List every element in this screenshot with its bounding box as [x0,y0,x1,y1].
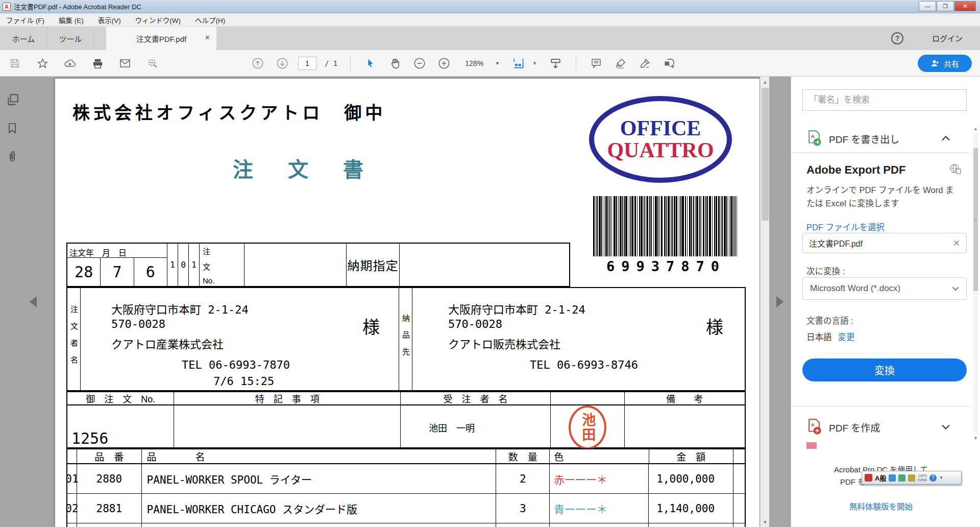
star-icon[interactable] [34,55,51,72]
menu-edit[interactable]: 編集 (E) [59,15,84,25]
ime-dictionary-icon[interactable] [898,474,905,482]
tab-home[interactable]: ホーム [0,27,47,50]
create-pdf-icon: A [806,419,822,435]
zoom-dropdown-caret[interactable]: ▼ [495,61,500,66]
order-no-label: No. [203,276,244,285]
items-table: 品 番 品 名 数 量 色 金 額 01 2880 PANEL-WORKER S… [66,448,746,527]
ime-pad-icon[interactable] [908,474,915,482]
window-title: 注文書PDF.pdf - Adobe Acrobat Reader DC [14,2,141,11]
scroll-down-icon[interactable]: ▼ [761,518,770,526]
logo-line2: QUATTRO [607,139,714,161]
items-header-name: 品 名 [142,449,497,463]
document-language-label: 文書の言語 : [806,314,853,326]
share-button[interactable]: 共有 [918,55,972,72]
page-number-input[interactable] [298,57,316,70]
save-icon[interactable] [6,55,23,72]
close-tab-icon[interactable]: ✕ [205,34,210,41]
bookmarks-icon[interactable] [6,122,18,135]
acrobat-app-icon: A [3,3,11,11]
zoom-level-value[interactable]: 128% [465,59,483,67]
attachments-icon[interactable] [6,150,18,163]
orderer-tel: TEL 06-6993-7870 [182,358,290,371]
zoom-out-icon[interactable] [411,55,428,72]
free-trial-link[interactable]: 無料体験版を開始 [791,500,971,512]
reading-mode-icon[interactable] [547,55,565,72]
online-service-icon [949,163,962,175]
menu-window[interactable]: ウィンドウ(W) [135,15,181,25]
create-pdf-section[interactable]: A PDF を作成 [791,414,971,440]
pdf-page: 株式会社オフィスクアトロ 御中 注 文 書 OFFICE QUATTRO 699… [55,79,760,527]
panel-scrollbar[interactable]: ▲ ≡ ▼ [972,125,979,442]
document-scrollbar-thumb[interactable] [762,88,769,221]
create-pdf-label: PDF を作成 [829,420,880,434]
login-button[interactable]: ログイン [932,33,963,43]
fill-sign-icon[interactable] [636,55,654,72]
tab-tools[interactable]: ツール [47,27,94,50]
items-header-amount: 金 額 [649,449,734,463]
order-no-digit: 1 [167,244,178,286]
menu-file[interactable]: ファイル (F) [6,15,44,25]
main-toolbar: / 1 128% ▼ ▼ [0,50,980,77]
document-scrollbar[interactable]: ▲ ▼ [760,77,769,527]
chevron-down-icon[interactable] [941,424,950,430]
minimize-button[interactable]: — [919,1,936,11]
select-tool-icon[interactable] [362,55,379,72]
close-button[interactable]: ✕ [954,1,976,11]
orderer-timestamp: 7/6 15:25 [213,375,274,388]
items-header-qty: 数 量 [496,449,550,463]
next-page-icon[interactable] [274,55,291,72]
panel-scroll-up-icon[interactable]: ▲ [972,125,979,132]
ime-app-icon [865,474,872,482]
previous-page-icon[interactable] [249,55,266,72]
ime-tool-icon[interactable] [889,474,896,482]
search-input[interactable] [802,89,967,111]
order-no-digit: 0 [178,244,189,286]
convert-button[interactable]: 変換 [802,358,967,381]
highlight-icon[interactable] [612,55,629,72]
order-no-digit: 1 [189,244,200,286]
format-select[interactable]: Microsoft Word (*.docx) [802,277,967,300]
export-pdf-icon: A [806,130,822,147]
print-icon[interactable] [89,55,106,72]
cloud-upload-icon[interactable] [61,55,79,72]
comment-icon[interactable] [587,55,605,72]
tab-document[interactable]: 注文書PDF.pdf ✕ [106,27,216,50]
ime-minimize-icon[interactable]: ▼ [939,475,943,480]
hand-tool-icon[interactable] [386,55,404,72]
share-person-icon [930,59,940,68]
fit-dropdown-caret[interactable]: ▼ [532,61,537,66]
page-thumbnails-icon[interactable] [6,93,19,106]
fit-width-icon[interactable] [510,55,527,72]
marquee-zoom-icon[interactable] [144,55,161,72]
toolbar-separator [576,56,576,71]
orderer-sama: 様 [362,314,380,339]
menu-help[interactable]: ヘルプ(H) [195,15,225,25]
convert-to-label: 次に変換 : [806,265,845,277]
select-pdf-link[interactable]: PDF ファイルを選択 [806,221,885,233]
share-button-label: 共有 [944,58,959,69]
orderer-company: クアトロ産業株式会社 [111,335,224,351]
ime-mode-indicator[interactable]: A般 [875,473,886,483]
restore-button[interactable]: ❐ [937,1,954,11]
help-icon[interactable]: ? [891,32,903,44]
scroll-up-icon[interactable]: ▲ [761,78,770,86]
panel-scroll-down-icon[interactable]: ▼ [972,435,979,442]
delivery-tel: TEL 06-6993-8746 [530,358,638,371]
menu-view[interactable]: 表示(V) [98,15,121,25]
export-pdf-section[interactable]: A PDF を書き出し [791,125,971,152]
document-area: 株式会社オフィスクアトロ 御中 注 文 書 OFFICE QUATTRO 699… [0,77,791,527]
ime-language-bar[interactable]: A般 CAPSKANA ? ▼ [862,471,962,485]
previous-view-arrow[interactable] [30,296,37,307]
panel-scrollbar-thumb[interactable]: ≡ [973,148,978,291]
remove-file-icon[interactable]: ✕ [953,238,960,249]
barcode-number: 69937870 [593,258,739,274]
change-language-link[interactable]: 変更 [838,330,855,343]
next-view-arrow[interactable] [776,296,783,307]
send-track-icon[interactable] [661,55,678,72]
ime-help-icon[interactable]: ? [929,474,937,482]
email-icon[interactable] [116,55,134,72]
zoom-in-icon[interactable] [435,55,453,72]
chevron-up-icon[interactable] [941,135,950,141]
selected-file-chip: 注文書PDF.pdf ✕ [802,233,967,253]
item-row: 01 2880 PANEL-WORKER SPOOL ライター 2 赤ーーー＊ … [67,464,745,494]
